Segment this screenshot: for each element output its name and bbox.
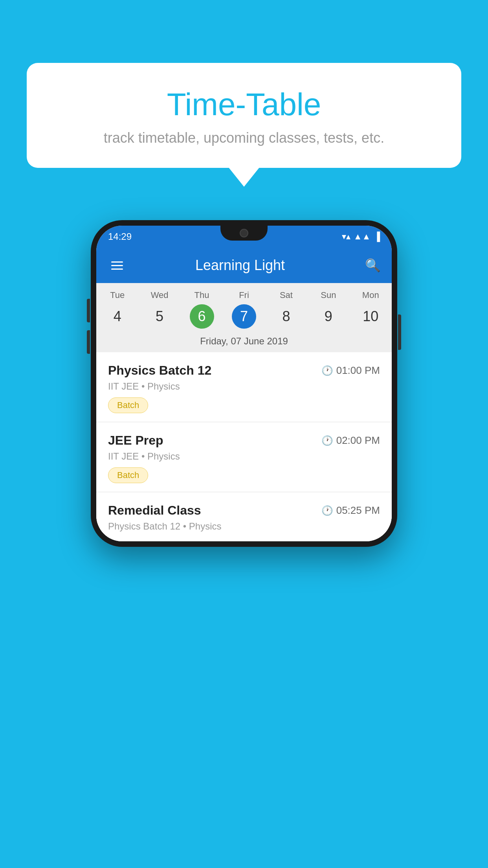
clock-icon: 🕐 xyxy=(321,435,333,446)
schedule-time: 🕐 01:00 PM xyxy=(321,364,380,377)
schedule-name: JEE Prep xyxy=(108,433,163,448)
power-button xyxy=(398,314,401,350)
batch-tag: Batch xyxy=(108,397,148,413)
schedule-time: 🕐 05:25 PM xyxy=(321,504,380,517)
day-number: 9 xyxy=(316,304,341,329)
speech-bubble-container: Time-Table track timetable, upcoming cla… xyxy=(27,63,461,168)
day-number: 10 xyxy=(358,304,383,329)
schedule-item-header: Remedial Class🕐 05:25 PM xyxy=(108,503,380,518)
schedule-item-header: Physics Batch 12🕐 01:00 PM xyxy=(108,363,380,378)
phone-screen: 14:29 ▾▴ ▲▲ ▐ Learning Light 🔍 xyxy=(96,226,392,541)
status-icons: ▾▴ ▲▲ ▐ xyxy=(342,232,380,242)
day-name: Tue xyxy=(96,290,138,300)
wifi-icon: ▾▴ xyxy=(342,232,350,242)
day-name: Sat xyxy=(265,290,307,300)
schedule-time: 🕐 02:00 PM xyxy=(321,434,380,447)
day-name: Fri xyxy=(223,290,265,300)
volume-down-button xyxy=(87,330,90,354)
bubble-title: Time-Table xyxy=(46,86,442,123)
selected-date-label: Friday, 07 June 2019 xyxy=(96,332,392,352)
day-name: Thu xyxy=(181,290,223,300)
status-time: 14:29 xyxy=(108,231,132,242)
battery-icon: ▐ xyxy=(374,232,380,242)
day-col-5[interactable]: Wed5 xyxy=(138,290,180,329)
day-col-4[interactable]: Tue4 xyxy=(96,290,138,329)
schedule-name: Remedial Class xyxy=(108,503,201,518)
clock-icon: 🕐 xyxy=(321,505,333,516)
day-name: Wed xyxy=(138,290,180,300)
day-number: 7 xyxy=(232,304,256,329)
schedule-item-header: JEE Prep🕐 02:00 PM xyxy=(108,433,380,448)
schedule-list: Physics Batch 12🕐 01:00 PMIIT JEE • Phys… xyxy=(96,352,392,541)
phone-notch xyxy=(220,226,268,241)
day-number: 8 xyxy=(274,304,298,329)
batch-tag: Batch xyxy=(108,467,148,483)
bubble-subtitle: track timetable, upcoming classes, tests… xyxy=(46,130,442,146)
schedule-item[interactable]: Physics Batch 12🕐 01:00 PMIIT JEE • Phys… xyxy=(96,352,392,422)
schedule-meta: IIT JEE • Physics xyxy=(108,451,380,462)
schedule-name: Physics Batch 12 xyxy=(108,363,211,378)
schedule-meta: Physics Batch 12 • Physics xyxy=(108,521,380,532)
schedule-meta: IIT JEE • Physics xyxy=(108,381,380,392)
clock-icon: 🕐 xyxy=(321,365,333,376)
day-name: Sun xyxy=(307,290,349,300)
day-number: 6 xyxy=(190,304,214,329)
volume-up-button xyxy=(87,299,90,322)
phone-outer: 14:29 ▾▴ ▲▲ ▐ Learning Light 🔍 xyxy=(91,220,397,547)
day-col-6[interactable]: Thu6 xyxy=(181,290,223,329)
day-col-10[interactable]: Mon10 xyxy=(350,290,392,329)
day-col-8[interactable]: Sat8 xyxy=(265,290,307,329)
signal-icon: ▲▲ xyxy=(354,232,371,242)
app-title: Learning Light xyxy=(115,257,365,274)
speech-bubble: Time-Table track timetable, upcoming cla… xyxy=(27,63,461,168)
day-number: 5 xyxy=(147,304,172,329)
schedule-item[interactable]: JEE Prep🕐 02:00 PMIIT JEE • PhysicsBatch xyxy=(96,422,392,492)
app-bar: Learning Light 🔍 xyxy=(96,248,392,283)
schedule-item[interactable]: Remedial Class🕐 05:25 PMPhysics Batch 12… xyxy=(96,492,392,541)
day-col-9[interactable]: Sun9 xyxy=(307,290,349,329)
phone-camera xyxy=(240,229,248,237)
day-number: 4 xyxy=(105,304,130,329)
day-name: Mon xyxy=(350,290,392,300)
calendar-section: Tue4Wed5Thu6Fri7Sat8Sun9Mon10 Friday, 07… xyxy=(96,283,392,352)
day-col-7[interactable]: Fri7 xyxy=(223,290,265,329)
phone-mockup: 14:29 ▾▴ ▲▲ ▐ Learning Light 🔍 xyxy=(91,220,397,547)
search-icon[interactable]: 🔍 xyxy=(365,258,381,273)
days-row: Tue4Wed5Thu6Fri7Sat8Sun9Mon10 xyxy=(96,283,392,332)
